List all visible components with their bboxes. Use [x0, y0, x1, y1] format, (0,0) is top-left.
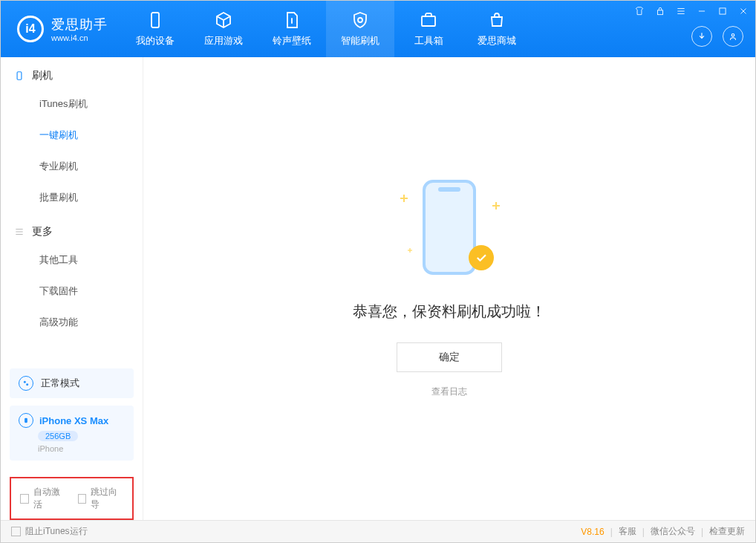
svg-rect-0: [151, 13, 159, 27]
sidebar: 刷机 iTunes刷机 一键刷机 专业刷机 批量刷机 更多 其他工具 下载固件 …: [1, 57, 143, 520]
tab-toolbox[interactable]: 工具箱: [394, 1, 463, 57]
highlighted-options: 自动激活 跳过向导: [10, 477, 134, 520]
cube-icon: [214, 10, 233, 30]
menu-icon[interactable]: [675, 5, 687, 17]
bag-icon: [487, 10, 506, 30]
sidebar-item-batch-flash[interactable]: 批量刷机: [1, 182, 143, 213]
phone-illustration-icon: [423, 180, 476, 275]
app-name-en: www.i4.cn: [51, 33, 108, 42]
svg-rect-2: [658, 10, 663, 15]
svg-point-4: [731, 34, 734, 37]
sidebar-item-other-tools[interactable]: 其他工具: [1, 244, 143, 276]
window-controls: [633, 5, 749, 17]
version-label[interactable]: V8.16: [581, 527, 604, 537]
tab-my-device[interactable]: 我的设备: [121, 1, 189, 57]
svg-rect-3: [720, 8, 726, 14]
download-icon[interactable]: [691, 26, 712, 47]
phone-icon: [146, 10, 165, 30]
sidebar-group-flash: 刷机: [1, 57, 143, 88]
checkbox-skip-guide[interactable]: 跳过向导: [78, 486, 124, 511]
minimize-icon[interactable]: [696, 5, 708, 17]
checkbox-block-itunes[interactable]: 阻止iTunes运行: [11, 525, 88, 538]
app-logo: i4 爱思助手 www.i4.cn: [1, 16, 121, 42]
svg-rect-8: [25, 418, 27, 423]
svg-point-7: [26, 383, 28, 386]
sidebar-item-download-firmware[interactable]: 下载固件: [1, 276, 143, 307]
mode-label: 正常模式: [41, 377, 79, 390]
main-tabs: 我的设备 应用游戏 铃声壁纸 智能刷机 工具箱 爱思商城: [121, 1, 531, 57]
status-bar: 阻止iTunes运行 V8.16 | 客服 | 微信公众号 | 检查更新: [1, 520, 755, 542]
title-bar: i4 爱思助手 www.i4.cn 我的设备 应用游戏 铃声壁纸 智能刷机 工具…: [1, 1, 755, 57]
briefcase-icon: [419, 10, 438, 30]
device-card[interactable]: iPhone XS Max 256GB iPhone: [10, 406, 134, 461]
sidebar-item-itunes-flash[interactable]: iTunes刷机: [1, 88, 143, 120]
tab-store[interactable]: 爱思商城: [463, 1, 531, 57]
app-name-cn: 爱思助手: [51, 16, 108, 33]
phone-outline-icon: [14, 71, 25, 81]
tshirt-icon[interactable]: [633, 5, 645, 17]
view-log-link[interactable]: 查看日志: [431, 386, 467, 398]
device-name: iPhone XS Max: [39, 415, 108, 426]
logo-icon: i4: [17, 16, 44, 42]
header-right-icons: [691, 26, 743, 47]
device-icon: [19, 413, 33, 428]
mode-icon: [19, 376, 33, 391]
mode-card[interactable]: 正常模式: [10, 368, 134, 398]
close-icon[interactable]: [737, 5, 749, 17]
sidebar-item-pro-flash[interactable]: 专业刷机: [1, 151, 143, 182]
tab-smart-flash[interactable]: 智能刷机: [326, 1, 394, 57]
check-badge-icon: [469, 245, 494, 270]
sidebar-item-advanced[interactable]: 高级功能: [1, 307, 143, 338]
shield-refresh-icon: [351, 10, 370, 30]
sidebar-item-oneclick-flash[interactable]: 一键刷机: [1, 120, 143, 151]
svg-rect-5: [17, 72, 22, 80]
sidebar-group-more: 更多: [1, 213, 143, 244]
ok-button[interactable]: 确定: [397, 342, 502, 372]
maximize-icon[interactable]: [717, 5, 729, 17]
svg-point-6: [24, 381, 26, 383]
tab-apps-games[interactable]: 应用游戏: [189, 1, 258, 57]
device-type: iPhone: [38, 444, 63, 453]
main-content: 恭喜您，保资料刷机成功啦！ 确定 查看日志: [143, 57, 755, 520]
wechat-link[interactable]: 微信公众号: [651, 525, 695, 538]
lock-icon[interactable]: [654, 5, 666, 17]
music-file-icon: [282, 10, 302, 30]
user-icon[interactable]: [723, 26, 743, 47]
success-message: 恭喜您，保资料刷机成功啦！: [353, 302, 546, 322]
svg-rect-1: [422, 16, 435, 26]
list-icon: [14, 227, 25, 237]
support-link[interactable]: 客服: [619, 525, 636, 538]
success-illustration: [397, 180, 501, 284]
checkbox-auto-activate[interactable]: 自动激活: [20, 486, 66, 511]
tab-ringtone-wallpaper[interactable]: 铃声壁纸: [258, 1, 326, 57]
device-storage: 256GB: [38, 431, 78, 441]
check-update-link[interactable]: 检查更新: [709, 525, 745, 538]
